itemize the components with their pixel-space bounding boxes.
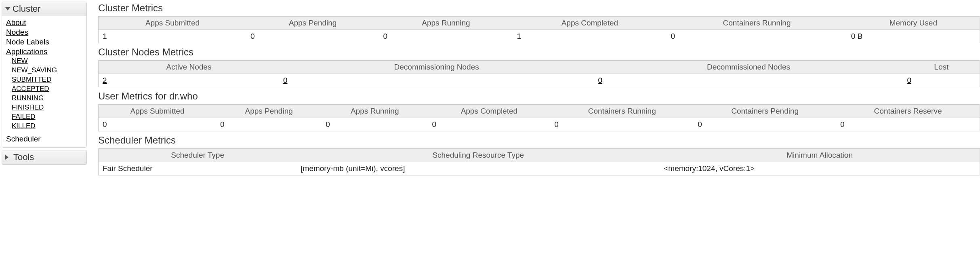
th-decommissioning-nodes: Decommissioning Nodes (279, 61, 594, 74)
nav-header-label: Tools (13, 152, 34, 163)
cell-u-containers-pending: 0 (694, 118, 836, 131)
th-scheduling-resource-type: Scheduling Resource Type (297, 149, 660, 162)
cell-decommissioned-nodes: 0 (594, 74, 903, 87)
cell-containers-running: 0 (667, 30, 847, 43)
th-apps-pending: Apps Pending (246, 17, 379, 30)
section-title-cluster-metrics: Cluster Metrics (98, 2, 980, 14)
section-title-user-metrics: User Metrics for dr.who (98, 91, 980, 102)
th-u-apps-completed: Apps Completed (428, 105, 550, 118)
link-active-nodes[interactable]: 2 (103, 76, 107, 84)
sidebar-link-failed[interactable]: FAILED (12, 113, 36, 120)
user-metrics-table: Apps Submitted Apps Pending Apps Running… (98, 104, 980, 131)
sidebar-link-new-saving[interactable]: NEW_SAVING (12, 66, 57, 74)
cell-u-apps-pending: 0 (216, 118, 322, 131)
sidebar-link-new[interactable]: NEW (12, 57, 28, 65)
main-content: Cluster Metrics Apps Submitted Apps Pend… (87, 0, 980, 179)
section-title-cluster-nodes-metrics: Cluster Nodes Metrics (98, 46, 980, 58)
table-row: Fair Scheduler [memory-mb (unit=Mi), vco… (99, 162, 980, 175)
sidebar-link-scheduler[interactable]: Scheduler (6, 135, 41, 143)
triangle-right-icon (5, 155, 11, 160)
th-apps-completed: Apps Completed (513, 17, 667, 30)
cell-u-apps-submitted: 0 (99, 118, 216, 131)
sidebar: Cluster About Nodes Node Labels Applicat… (0, 0, 87, 179)
sidebar-link-node-labels[interactable]: Node Labels (6, 38, 49, 46)
section-title-scheduler-metrics: Scheduler Metrics (98, 135, 980, 146)
cell-decommissioning-nodes: 0 (279, 74, 594, 87)
th-minimum-allocation: Minimum Allocation (660, 149, 980, 162)
link-decommissioning-nodes[interactable]: 0 (283, 76, 288, 84)
link-lost[interactable]: 0 (907, 76, 912, 84)
sidebar-link-applications[interactable]: Applications (6, 47, 47, 56)
th-u-containers-running: Containers Running (550, 105, 694, 118)
sidebar-link-submitted[interactable]: SUBMITTED (12, 76, 51, 83)
cell-u-apps-running: 0 (322, 118, 428, 131)
nav-header-label: Cluster (13, 4, 41, 14)
cell-minimum-allocation: <memory:1024, vCores:1> (660, 162, 980, 175)
th-u-containers-pending: Containers Pending (694, 105, 836, 118)
table-row: 0 0 0 0 0 0 0 (99, 118, 980, 131)
th-u-apps-submitted: Apps Submitted (99, 105, 216, 118)
cell-scheduling-resource-type: [memory-mb (unit=Mi), vcores] (297, 162, 660, 175)
nav-body-cluster: About Nodes Node Labels Applications NEW… (2, 16, 86, 147)
cell-apps-submitted: 1 (99, 30, 246, 43)
th-u-apps-pending: Apps Pending (216, 105, 322, 118)
sidebar-link-finished[interactable]: FINISHED (12, 103, 44, 111)
nav-section-tools: Tools (2, 150, 87, 165)
th-u-containers-reserved: Containers Reserve (836, 105, 980, 118)
sidebar-link-accepted[interactable]: ACCEPTED (12, 85, 49, 93)
cell-u-containers-reserved: 0 (836, 118, 980, 131)
th-apps-submitted: Apps Submitted (99, 17, 246, 30)
th-scheduler-type: Scheduler Type (99, 149, 297, 162)
table-row: 1 0 0 1 0 0 B (99, 30, 980, 43)
sidebar-link-about[interactable]: About (6, 18, 26, 27)
cell-u-apps-completed: 0 (428, 118, 550, 131)
nav-header-tools[interactable]: Tools (2, 150, 86, 165)
cell-apps-pending: 0 (246, 30, 379, 43)
cluster-nodes-metrics-table: Active Nodes Decommissioning Nodes Decom… (98, 60, 980, 87)
th-u-apps-running: Apps Running (322, 105, 428, 118)
th-lost: Lost (903, 61, 980, 74)
cluster-metrics-table: Apps Submitted Apps Pending Apps Running… (98, 16, 980, 43)
cell-memory-used: 0 B (847, 30, 980, 43)
sidebar-link-running[interactable]: RUNNING (12, 94, 44, 102)
table-row: 2 0 0 0 (99, 74, 980, 87)
nav-section-cluster: Cluster About Nodes Node Labels Applicat… (2, 2, 87, 148)
sidebar-link-killed[interactable]: KILLED (12, 122, 36, 130)
scheduler-metrics-table: Scheduler Type Scheduling Resource Type … (98, 148, 980, 175)
cell-apps-completed: 1 (513, 30, 667, 43)
cell-lost: 0 (903, 74, 980, 87)
triangle-down-icon (5, 7, 10, 11)
nav-header-cluster[interactable]: Cluster (2, 2, 86, 16)
th-containers-running: Containers Running (667, 17, 847, 30)
th-decommissioned-nodes: Decommissioned Nodes (594, 61, 903, 74)
cell-apps-running: 0 (379, 30, 513, 43)
cell-active-nodes: 2 (99, 74, 279, 87)
cell-u-containers-running: 0 (550, 118, 694, 131)
th-apps-running: Apps Running (379, 17, 513, 30)
cell-scheduler-type: Fair Scheduler (99, 162, 297, 175)
link-decommissioned-nodes[interactable]: 0 (598, 76, 602, 84)
th-memory-used: Memory Used (847, 17, 980, 30)
sidebar-link-nodes[interactable]: Nodes (6, 28, 28, 36)
th-active-nodes: Active Nodes (99, 61, 279, 74)
